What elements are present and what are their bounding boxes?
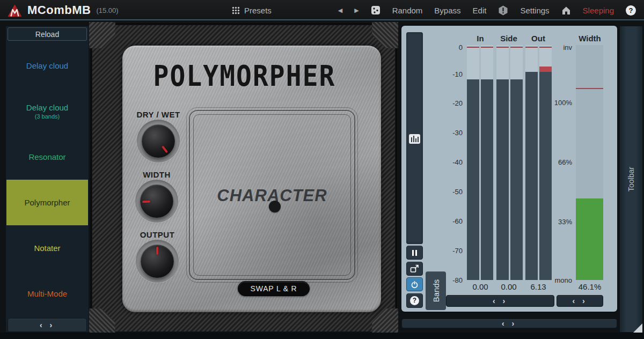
output-knob[interactable] (136, 240, 179, 283)
grid-icon (232, 6, 240, 14)
randomize-dice-button[interactable] (365, 0, 386, 20)
next-preset-button[interactable]: ▶ (348, 0, 364, 20)
question-mark-icon: ? (410, 296, 419, 305)
panel-bottom-scrollbar[interactable]: ‹ › (401, 319, 617, 328)
db-tick: -40 (430, 158, 463, 166)
preset-label: Polymorpher (24, 198, 70, 207)
preset-label: Delay cloud (26, 103, 68, 112)
home-button[interactable] (555, 0, 577, 20)
preset-sublabel: (3 bands) (35, 113, 60, 120)
window-bottom-strip (0, 333, 644, 339)
app-version: (15.00) (96, 6, 118, 14)
knob-pointer (139, 183, 174, 218)
sidebar-item-resonator[interactable]: Resonator (6, 134, 88, 180)
swap-l-r-button[interactable]: SWAP L & R (238, 281, 310, 296)
settings-menu-item[interactable]: Settings (514, 0, 555, 20)
meter-pause-button[interactable] (406, 246, 423, 260)
width-meter-bar (576, 45, 603, 280)
db-tick: -30 (430, 129, 463, 137)
width-meter-value: 46.1% (571, 282, 609, 291)
chevron-left-icon: ◀ (338, 7, 342, 14)
top-menu-bar: MCombMB (15.00) Presets ◀ ▶ Random Bypas… (0, 0, 644, 20)
random-menu-item[interactable]: Random (386, 0, 429, 20)
character-xy-pad[interactable]: CHARACTER (189, 110, 355, 280)
app-identity: MCombMB (15.00) (8, 0, 119, 20)
sidebar-horizontal-scrollbar[interactable]: ‹ › (8, 318, 87, 332)
warning-hexagon-icon (498, 5, 508, 16)
xy-pad-puck[interactable] (269, 201, 281, 212)
topbar-actions: ◀ ▶ Random Bypass Edit Settings Sleeping (332, 0, 642, 20)
popout-window-icon (410, 264, 419, 273)
melda-logo-icon (8, 4, 22, 17)
dry-wet-knob[interactable] (137, 120, 180, 163)
sidebar-item-delay-cloud-3-bands[interactable]: Delay cloud (3 bands) (6, 89, 88, 134)
out-meter-value: 6.13 (522, 282, 554, 291)
meter-range-slider[interactable] (406, 32, 423, 244)
presets-button[interactable]: Presets (232, 0, 272, 20)
width-meter-label: Width (576, 34, 603, 43)
out-meter-bar-right (539, 45, 552, 280)
knob-pointer (135, 117, 181, 164)
bypass-menu-item[interactable]: Bypass (428, 0, 466, 20)
in-meter-bar-right (481, 45, 493, 280)
presets-label: Presets (244, 6, 272, 15)
width-label: WIDTH (122, 170, 192, 179)
meter-power-button[interactable] (406, 277, 423, 291)
preset-label: Resonator (28, 152, 65, 161)
side-meter-label: Side (495, 34, 522, 43)
preset-label: Notater (34, 244, 60, 253)
width-horizontal-scrollbar[interactable]: ‹ › (557, 295, 603, 307)
question-mark-icon: ? (626, 5, 636, 16)
width-fill (576, 198, 603, 280)
preset-label: Delay cloud (26, 61, 68, 70)
resize-grip[interactable] (633, 323, 642, 333)
help-button[interactable]: ? (620, 0, 642, 20)
reload-button[interactable]: Reload (8, 27, 87, 41)
warning-button[interactable] (492, 0, 514, 20)
knob-body (140, 185, 173, 218)
db-tick: -50 (430, 188, 463, 196)
analyzer-icon (409, 134, 420, 144)
in-meter-value: 0.00 (464, 282, 496, 291)
out-meter-bar-left (525, 45, 538, 280)
toolbar-strip-label: Toolbar (627, 167, 635, 191)
sleeping-status[interactable]: Sleeping (577, 0, 620, 20)
in-meter-bar-left (467, 45, 479, 280)
toolbar-strip-tab[interactable]: Toolbar (619, 26, 643, 333)
side-meter-value: 0.00 (493, 282, 525, 291)
edit-menu-item[interactable]: Edit (467, 0, 493, 20)
sidebar-item-multi-mode[interactable]: Multi-Mode (6, 271, 88, 316)
sidebar-item-notater[interactable]: Notater (6, 225, 88, 271)
power-icon (410, 280, 419, 289)
dry-wet-label: DRY / WET (123, 110, 193, 119)
sidebar-item-polymorpher-selected[interactable]: Polymorpher (6, 180, 88, 225)
side-meter-bar-right (510, 45, 523, 280)
width-knob[interactable] (135, 180, 178, 223)
knob-pointer (141, 245, 174, 278)
preset-sidebar: Reload Delay cloud Delay cloud (3 bands)… (5, 26, 89, 333)
dice-icon (371, 5, 380, 15)
app-title: MCombMB (27, 3, 91, 17)
scroll-arrows-icon: ‹ › (40, 321, 55, 329)
polymorpher-logo: POLYMORPHER (122, 59, 367, 92)
meter-panel: ? Bands In Side Out Width 0 -10 -20 -30 … (401, 26, 617, 312)
side-meter-bar-left (496, 45, 509, 280)
chevron-right-icon: ▶ (354, 7, 358, 14)
pause-icon (412, 250, 417, 256)
sidebar-item-delay-cloud[interactable]: Delay cloud (6, 43, 88, 89)
db-tick: 0 (430, 43, 463, 51)
home-icon (561, 6, 571, 15)
knob-body (141, 245, 174, 278)
scroll-arrows-icon: ‹ › (493, 297, 508, 305)
meter-popout-button[interactable] (406, 262, 423, 276)
knob-body (142, 124, 175, 158)
db-tick: -60 (430, 217, 463, 225)
meters-horizontal-scrollbar[interactable]: ‹ › (446, 295, 554, 307)
meter-help-button[interactable]: ? (406, 293, 423, 308)
preset-label: Multi-Mode (27, 289, 67, 298)
scroll-arrows-icon: ‹ › (502, 319, 517, 328)
previous-preset-button[interactable]: ◀ (332, 0, 348, 20)
db-tick: -20 (430, 99, 463, 107)
db-tick: -70 (430, 247, 463, 255)
db-tick: -10 (430, 70, 463, 78)
